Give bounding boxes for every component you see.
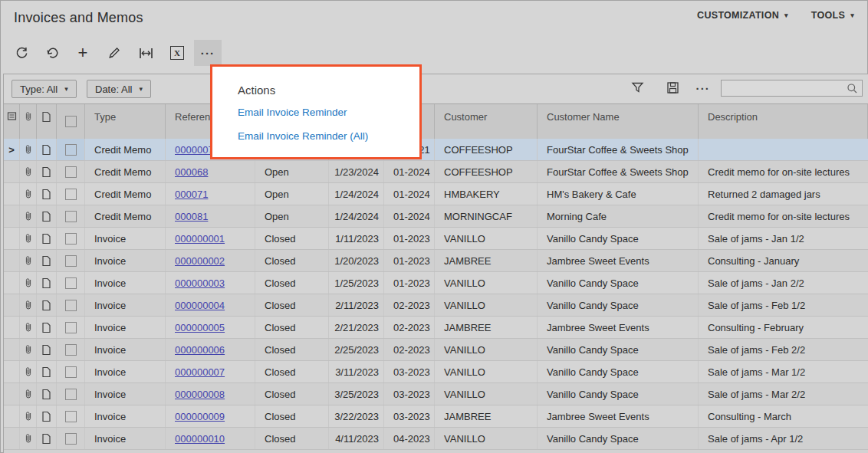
row-checkbox[interactable]	[57, 250, 85, 271]
toolbar-ellipsis-button[interactable]: ...	[194, 40, 222, 66]
reference-link[interactable]: 000000003	[175, 277, 225, 289]
row-checkbox[interactable]	[57, 161, 85, 182]
reference-link[interactable]: 000000004	[175, 300, 225, 311]
table-row[interactable]: >Credit Memo0000007Open1/21/202101-2021C…	[4, 139, 868, 161]
attachment-icon[interactable]	[20, 339, 37, 360]
note-icon[interactable]	[37, 250, 57, 271]
reference-link[interactable]: 000000005	[175, 322, 225, 333]
table-row[interactable]: Invoice000000009Closed3/22/202303-2023JA…	[4, 405, 868, 428]
row-expander	[4, 228, 20, 249]
column-header-type[interactable]: Type	[85, 104, 166, 139]
row-checkbox[interactable]	[57, 339, 85, 360]
table-row[interactable]: Invoice000000010Closed4/11/202304-2023VA…	[4, 428, 868, 450]
note-icon[interactable]	[37, 428, 57, 449]
note-icon[interactable]	[37, 228, 57, 249]
attachment-icon[interactable]	[20, 139, 37, 160]
row-checkbox[interactable]	[57, 317, 85, 338]
attachment-icon[interactable]	[20, 250, 37, 271]
attachment-icon[interactable]	[20, 205, 37, 227]
attachment-icon[interactable]	[20, 272, 37, 294]
attachment-icon[interactable]	[20, 228, 37, 249]
reference-link[interactable]: 000000008	[175, 389, 225, 400]
attachment-icon[interactable]	[20, 317, 37, 338]
table-row[interactable]: Invoice000000002Closed1/20/202301-2023JA…	[4, 250, 868, 272]
note-icon[interactable]	[37, 339, 57, 360]
row-checkbox[interactable]	[57, 183, 85, 205]
fit-to-screen-button[interactable]	[132, 40, 159, 66]
table-row[interactable]: Invoice000000003Closed1/25/202301-2023VA…	[4, 272, 868, 294]
save-filter-button[interactable]	[666, 81, 679, 97]
email-invoice-reminder-action[interactable]: Email Invoice Reminder	[238, 107, 347, 118]
column-header-customer[interactable]: Customer	[435, 104, 538, 139]
table-row[interactable]: Invoice000000004Closed2/11/202302-2023VA…	[4, 294, 868, 317]
cell-description: Credit memo for on-site lectures	[699, 205, 868, 227]
row-checkbox[interactable]	[57, 383, 85, 405]
table-row[interactable]: Invoice000000005Closed2/21/202302-2023JA…	[4, 317, 868, 339]
row-checkbox[interactable]	[57, 205, 85, 227]
row-checkbox[interactable]	[57, 361, 85, 382]
row-checkbox[interactable]	[57, 139, 85, 160]
edit-button[interactable]	[100, 40, 128, 66]
date-filter-dropdown[interactable]: Date: All ▾	[87, 80, 151, 98]
filter-settings-button[interactable]	[631, 81, 644, 97]
attachment-icon[interactable]	[20, 361, 37, 382]
refresh-button[interactable]	[8, 40, 35, 66]
reference-link[interactable]: 000081	[175, 211, 208, 222]
row-checkbox[interactable]	[57, 272, 85, 294]
reference-link[interactable]: 000000010	[175, 433, 225, 445]
row-checkbox[interactable]	[57, 428, 85, 449]
column-header-description[interactable]: Description	[699, 104, 868, 139]
email-invoice-reminder-all-action[interactable]: Email Invoice Reminder (All)	[238, 130, 368, 142]
note-icon[interactable]	[37, 317, 57, 338]
cell-customer-name: Jambree Sweet Events	[538, 317, 699, 338]
attachment-icon[interactable]	[20, 294, 37, 316]
reference-link[interactable]: 000000002	[175, 255, 225, 267]
note-icon[interactable]	[37, 139, 57, 160]
select-all-checkbox[interactable]	[57, 104, 85, 139]
note-icon[interactable]	[37, 294, 57, 316]
table-row[interactable]: Invoice000000001Closed1/11/202301-2023VA…	[4, 228, 868, 250]
document-column-icon[interactable]	[37, 104, 57, 139]
table-row[interactable]: Invoice000000008Closed3/25/202303-2023VA…	[4, 383, 868, 405]
row-checkbox[interactable]	[57, 228, 85, 249]
attachment-column-icon[interactable]	[20, 104, 37, 139]
reference-link[interactable]: 0000007	[175, 144, 214, 156]
search-input[interactable]	[725, 81, 844, 97]
row-checkbox[interactable]	[57, 294, 85, 316]
cell-customer: VANILLO	[435, 294, 538, 316]
reference-link[interactable]: 000071	[175, 189, 208, 200]
reference-link[interactable]: 000000001	[175, 233, 225, 245]
add-button[interactable]: +	[69, 40, 97, 66]
column-header-customer-name[interactable]: Customer Name	[538, 104, 699, 139]
undo-button[interactable]	[38, 40, 66, 66]
row-checkbox[interactable]	[57, 405, 85, 427]
note-icon[interactable]	[37, 383, 57, 405]
customization-menu[interactable]: CUSTOMIZATION ▾	[697, 10, 788, 21]
notes-column-icon[interactable]	[4, 104, 20, 139]
reference-link[interactable]: 000000009	[175, 411, 225, 422]
reference-link[interactable]: 000068	[175, 166, 208, 178]
table-row[interactable]: Invoice000000006Closed2/25/202302-2023VA…	[4, 339, 868, 361]
attachment-icon[interactable]	[20, 428, 37, 449]
table-row[interactable]: Credit Memo000071Open1/24/202401-2024HMB…	[4, 183, 868, 205]
reference-link[interactable]: 000000007	[175, 366, 225, 378]
note-icon[interactable]	[37, 205, 57, 227]
cell-type: Invoice	[85, 228, 166, 249]
reference-link[interactable]: 000000006	[175, 344, 225, 356]
attachment-icon[interactable]	[20, 183, 37, 205]
note-icon[interactable]	[37, 361, 57, 382]
table-row[interactable]: Credit Memo000081Open1/24/202401-2024MOR…	[4, 205, 868, 228]
note-icon[interactable]	[37, 183, 57, 205]
export-excel-button[interactable]: X	[163, 40, 191, 66]
attachment-icon[interactable]	[20, 161, 37, 182]
attachment-icon[interactable]	[20, 405, 37, 427]
note-icon[interactable]	[37, 405, 57, 427]
type-filter-dropdown[interactable]: Type: All ▾	[12, 80, 77, 98]
note-icon[interactable]	[37, 272, 57, 294]
grid-ellipsis-button[interactable]: ...	[695, 76, 710, 91]
attachment-icon[interactable]	[20, 383, 37, 405]
table-row[interactable]: Credit Memo000068Open1/23/202401-2024COF…	[4, 161, 868, 183]
table-row[interactable]: Invoice000000007Closed3/11/202303-2023VA…	[4, 361, 868, 383]
tools-menu[interactable]: TOOLS ▾	[811, 10, 854, 21]
note-icon[interactable]	[37, 161, 57, 182]
